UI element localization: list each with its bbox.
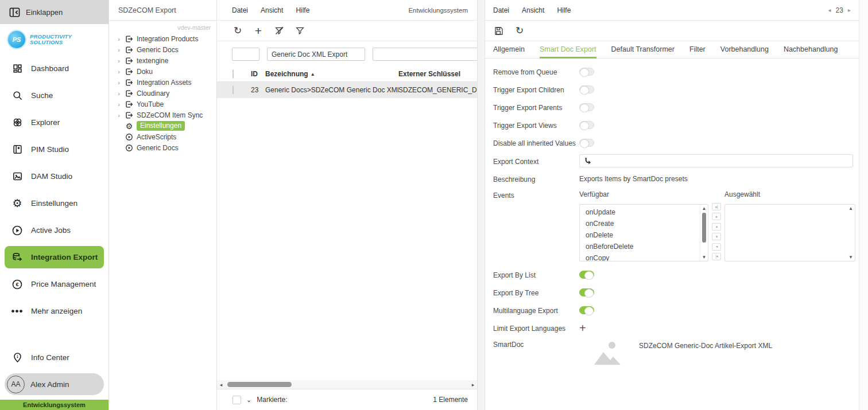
export-by-tree-toggle[interactable]	[579, 288, 594, 296]
refresh-icon[interactable]: ↻	[232, 25, 243, 37]
vertical-scrollbar[interactable]: ▲ ▼	[847, 205, 855, 261]
chevron-right-icon[interactable]: ›	[116, 101, 122, 108]
tab-default-transformer[interactable]: Default Transformer	[611, 41, 675, 58]
menu-hilfe[interactable]: Hilfe	[557, 6, 571, 14]
sidebar-item-suche[interactable]: Suche	[0, 82, 108, 109]
move-right-button[interactable]: ▸	[712, 213, 721, 220]
vertical-scrollbar[interactable]: ▲ ▼	[700, 205, 708, 261]
remove-from-queue-toggle[interactable]	[579, 68, 594, 76]
tree-item[interactable]: › textengine	[116, 55, 216, 66]
scroll-left-icon[interactable]: ◂	[217, 382, 225, 388]
tree-item[interactable]: › Integration Assets	[116, 77, 216, 88]
move-left-button[interactable]: ◂	[712, 243, 721, 251]
next-record-icon[interactable]: ▸	[848, 7, 851, 13]
export-by-list-toggle[interactable]	[579, 271, 594, 279]
chevron-right-icon[interactable]: ›	[116, 68, 122, 75]
chevron-down-icon[interactable]: ⌄	[246, 396, 251, 404]
scrollbar-thumb[interactable]	[227, 382, 292, 387]
select-all-checkbox[interactable]	[232, 69, 234, 79]
sidebar-item-active-jobs[interactable]: Active Jobs	[0, 217, 108, 244]
row-checkbox[interactable]	[232, 85, 234, 95]
scroll-up-icon[interactable]: ▲	[848, 206, 853, 211]
chevron-right-icon[interactable]: ›	[116, 46, 122, 53]
tab-nachbehandlung[interactable]: Nachbehandlung	[784, 41, 838, 58]
menu-ansicht[interactable]: Ansicht	[261, 6, 283, 14]
tree-item[interactable]: › Cloudinary	[116, 88, 216, 99]
trigger-export-parents-toggle[interactable]	[579, 103, 594, 111]
filter-externer-schluessel-input[interactable]	[373, 48, 478, 61]
multilanguage-export-toggle[interactable]	[579, 306, 594, 314]
collapse-sidebar-button[interactable]: Einklappen	[0, 0, 108, 24]
sidebar-item-explorer[interactable]: Explorer	[0, 109, 108, 136]
scrollbar-thumb[interactable]	[702, 213, 706, 243]
sidebar-item-price-management[interactable]: € Price Management	[0, 271, 108, 298]
chevron-right-icon[interactable]: ›	[116, 112, 122, 119]
scroll-down-icon[interactable]: ▼	[702, 255, 707, 260]
column-header-id[interactable]: ID	[251, 70, 265, 78]
tab-filter[interactable]: Filter	[689, 41, 706, 58]
chevron-right-icon[interactable]: ›	[116, 36, 122, 42]
field-label: Export By Tree	[493, 288, 579, 297]
list-item[interactable]: onCreate	[586, 220, 700, 231]
sidebar-item-mehr-anzeigen[interactable]: ••• Mehr anzeigen	[0, 298, 108, 325]
horizontal-scrollbar[interactable]: ◂ ▸	[217, 380, 477, 389]
list-item[interactable]: onUpdate	[586, 208, 700, 220]
move-all-left-button[interactable]: |◂	[712, 253, 721, 260]
tree-item[interactable]: ActiveScripts	[116, 131, 216, 142]
tree-item[interactable]: › SDZeCOM Item Sync	[116, 110, 216, 120]
menu-hilfe[interactable]: Hilfe	[296, 6, 309, 14]
menu-datei[interactable]: Datei	[493, 6, 509, 14]
add-icon[interactable]: +	[253, 25, 264, 37]
tree-item[interactable]: › Generic Docs	[116, 44, 216, 55]
tab-vorbehandlung[interactable]: Vorbehandlung	[720, 41, 769, 58]
sidebar-item-dam-studio[interactable]: DAM Studio	[0, 163, 108, 190]
move-all-right-button[interactable]: ▸|	[712, 203, 721, 210]
clear-filter-icon[interactable]	[273, 25, 285, 37]
footer-checkbox[interactable]	[232, 396, 241, 404]
column-header-bezeichnung[interactable]: Bezeichnung ▲	[265, 70, 398, 78]
scroll-down-icon[interactable]: ▼	[848, 255, 853, 260]
trigger-export-children-toggle[interactable]	[579, 85, 594, 93]
sidebar-item-dashboard[interactable]: Dashboard	[0, 55, 108, 82]
tab-allgemein[interactable]: Allgemein	[493, 41, 525, 58]
column-header-externer-schluessel[interactable]: Externer Schlüssel	[398, 70, 477, 78]
selected-events-list[interactable]: ▲ ▼	[724, 204, 855, 261]
tree-item[interactable]: › YouTube	[116, 99, 216, 110]
tree-item[interactable]: › Integration Products	[116, 33, 216, 44]
save-icon[interactable]	[493, 25, 505, 37]
scroll-up-icon[interactable]: ▲	[702, 206, 707, 211]
filter-icon[interactable]	[294, 25, 305, 37]
scroll-right-icon[interactable]: ▸	[469, 382, 477, 388]
list-item[interactable]: onBeforeDelete	[586, 243, 700, 254]
menu-datei[interactable]: Datei	[232, 6, 248, 14]
image-placeholder-icon[interactable]	[593, 339, 622, 366]
filter-id-input[interactable]	[232, 48, 259, 61]
move-up-button[interactable]: ▴	[712, 223, 721, 231]
sidebar-item-integration-export[interactable]: Integration Export	[5, 246, 104, 268]
user-menu[interactable]: AA Alex Admin	[5, 373, 104, 395]
add-language-button[interactable]: +	[579, 323, 586, 333]
disable-inherited-values-toggle[interactable]	[579, 139, 594, 147]
detail-scrollbar-track[interactable]	[859, 0, 868, 410]
tree-item-einstellungen-selected[interactable]: ⚙ Einstellungen	[116, 120, 216, 131]
list-item[interactable]: onCopy	[586, 254, 700, 261]
table-row[interactable]: 23 Generic Docs>SDZeCOM Generic Doc XML …	[217, 82, 477, 98]
chevron-right-icon[interactable]: ›	[116, 79, 122, 86]
tree-item[interactable]: › Doku	[116, 66, 216, 77]
sidebar-item-info-center[interactable]: Info Center	[0, 345, 108, 370]
chevron-right-icon[interactable]: ›	[116, 57, 122, 64]
filter-bezeichnung-input[interactable]	[267, 48, 365, 61]
sidebar-item-pim-studio[interactable]: PIM Studio	[0, 136, 108, 163]
sidebar-item-einstellungen[interactable]: ⚙ Einstellungen	[0, 190, 108, 217]
list-item[interactable]: onDelete	[586, 231, 700, 243]
export-context-input[interactable]	[579, 154, 853, 167]
menu-ansicht[interactable]: Ansicht	[522, 6, 544, 14]
refresh-icon[interactable]: ↻	[514, 25, 525, 37]
available-events-list[interactable]: onUpdate onCreate onDelete onBeforeDelet…	[579, 204, 708, 261]
move-down-button[interactable]: ▾	[712, 233, 721, 240]
prev-record-icon[interactable]: ◂	[828, 7, 831, 13]
tab-smart-doc-export[interactable]: Smart Doc Export	[540, 41, 596, 58]
tree-item[interactable]: Generic Docs	[116, 142, 216, 153]
trigger-export-views-toggle[interactable]	[579, 121, 594, 129]
chevron-right-icon[interactable]: ›	[116, 90, 122, 97]
